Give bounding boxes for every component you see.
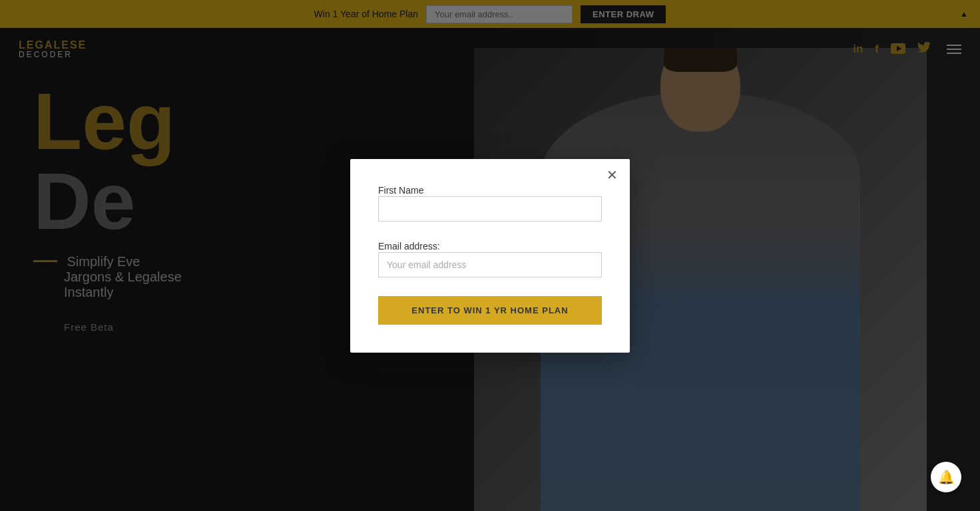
first-name-label: First Name bbox=[378, 185, 423, 196]
modal-overlay: ✕ First Name Email address: ENTER TO WIN… bbox=[0, 0, 980, 511]
modal-close-button[interactable]: ✕ bbox=[607, 168, 618, 182]
email-field-group: Email address: bbox=[378, 240, 602, 296]
modal-submit-button[interactable]: ENTER TO WIN 1 YR HOME PLAN bbox=[378, 296, 602, 325]
email-input[interactable] bbox=[378, 252, 602, 277]
bell-icon: 🔔 bbox=[938, 469, 955, 485]
notification-bell[interactable]: 🔔 bbox=[931, 462, 961, 492]
first-name-field-group: First Name bbox=[378, 184, 602, 240]
modal: ✕ First Name Email address: ENTER TO WIN… bbox=[350, 159, 630, 353]
first-name-input[interactable] bbox=[378, 196, 602, 222]
email-label: Email address: bbox=[378, 241, 440, 252]
